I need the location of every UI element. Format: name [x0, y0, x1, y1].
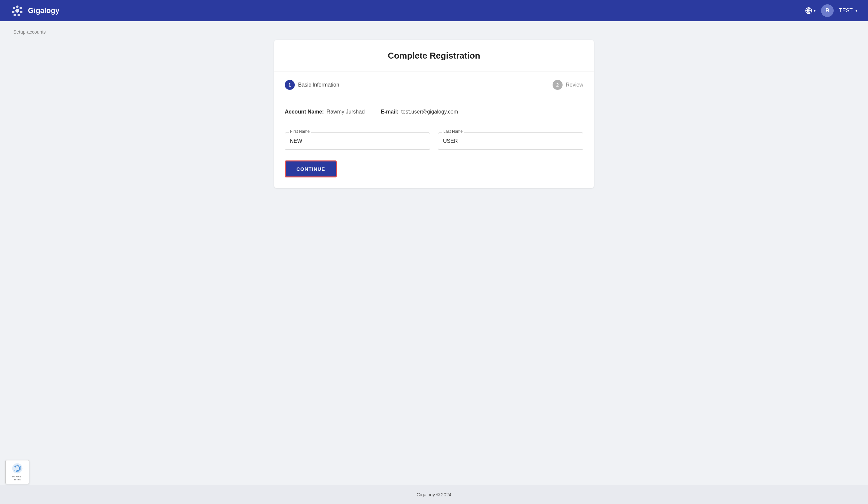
step-2-circle: 2: [552, 80, 562, 90]
step-1-circle: 1: [285, 80, 295, 90]
recaptcha-badge: Privacy · Terms: [5, 460, 29, 484]
page-title: Complete Registration: [285, 51, 583, 61]
step-2-label: Review: [566, 82, 583, 88]
first-name-label: First Name: [289, 129, 311, 134]
email-value: test.user@gigalogy.com: [401, 109, 458, 115]
name-fields-row: First Name Last Name: [285, 133, 583, 150]
svg-point-1: [16, 6, 19, 8]
footer-text: Gigalogy © 2024: [417, 492, 452, 497]
first-name-wrapper: First Name: [285, 133, 430, 150]
header-right: ▾ R TEST ▾: [805, 4, 857, 17]
registration-card: Complete Registration 1 Basic Informatio…: [274, 40, 594, 188]
form-content: Account Name: Rawmy Jurshad E-mail: test…: [274, 98, 594, 188]
card-header: Complete Registration: [274, 40, 594, 72]
recaptcha-text: Privacy · Terms: [9, 475, 25, 481]
step-1-label: Basic Information: [298, 82, 339, 88]
svg-point-6: [12, 11, 15, 13]
email-field-display: E-mail: test.user@gigalogy.com: [381, 109, 458, 115]
account-info-row: Account Name: Rawmy Jurshad E-mail: test…: [285, 109, 583, 123]
steps-container: 1 Basic Information 2 Review: [274, 72, 594, 98]
language-selector[interactable]: ▾: [805, 7, 816, 14]
svg-point-0: [15, 9, 19, 13]
step-1: 1 Basic Information: [285, 80, 339, 90]
main-content: Setup-accounts Complete Registration 1 B…: [0, 21, 868, 485]
svg-point-2: [20, 7, 22, 9]
breadcrumb: Setup-accounts: [13, 29, 855, 35]
logo: Gigalogy: [11, 4, 59, 17]
email-label: E-mail:: [381, 109, 399, 115]
svg-point-4: [18, 14, 20, 16]
account-name-field: Account Name: Rawmy Jurshad: [285, 109, 365, 115]
account-name-label: Account Name:: [285, 109, 324, 115]
last-name-wrapper: Last Name: [438, 133, 583, 150]
account-name-value: Rawmy Jurshad: [327, 109, 365, 115]
logo-icon: [11, 4, 24, 17]
language-chevron-icon: ▾: [814, 8, 816, 13]
user-avatar: R: [821, 4, 834, 17]
step-2: 2 Review: [552, 80, 583, 90]
last-name-input[interactable]: [438, 133, 583, 150]
first-name-input[interactable]: [285, 133, 430, 150]
user-menu-chevron-icon: ▾: [855, 8, 857, 13]
app-footer: Gigalogy © 2024: [0, 485, 868, 504]
last-name-label: Last Name: [442, 129, 464, 134]
globe-icon: [805, 7, 813, 14]
app-header: Gigalogy ▾ R TEST ▾: [0, 0, 868, 21]
svg-point-5: [14, 14, 16, 16]
recaptcha-icon: [12, 463, 23, 474]
svg-point-7: [13, 7, 15, 9]
logo-text: Gigalogy: [28, 6, 59, 15]
svg-point-3: [20, 11, 23, 13]
continue-button[interactable]: CONTINUE: [285, 160, 337, 177]
step-divider: [345, 85, 547, 85]
user-menu[interactable]: TEST ▾: [839, 8, 857, 14]
user-name: TEST: [839, 8, 853, 14]
